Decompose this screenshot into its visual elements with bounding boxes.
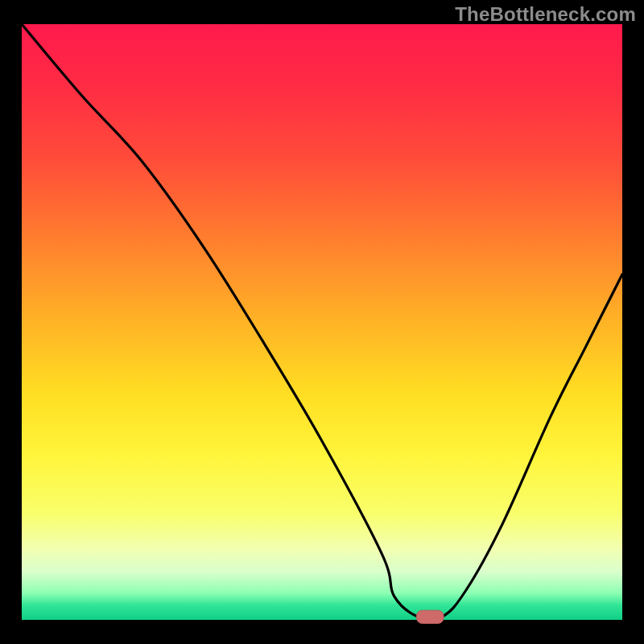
- plot-gradient-bg: [22, 24, 622, 620]
- bottleneck-chart: [0, 0, 644, 644]
- watermark-text: TheBottleneck.com: [455, 3, 636, 26]
- optimum-marker: [417, 610, 444, 623]
- chart-frame: { "watermark": "TheBottleneck.com", "col…: [0, 0, 644, 644]
